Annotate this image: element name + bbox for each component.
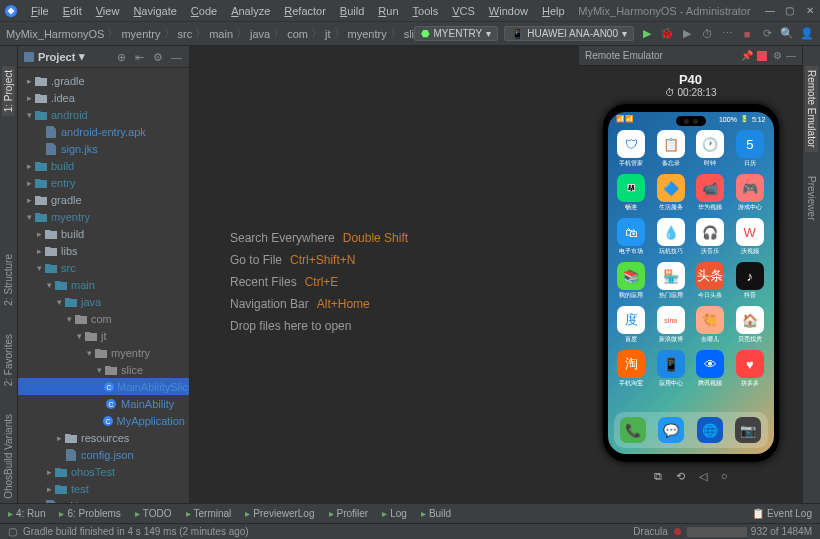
menu-vcs[interactable]: VCS (445, 3, 482, 19)
tree-node[interactable]: ▾ main (18, 276, 189, 293)
menu-build[interactable]: Build (333, 3, 371, 19)
bottom-tab[interactable]: ▸ Log (382, 508, 407, 519)
menu-code[interactable]: Code (184, 3, 224, 19)
hide-emulator-icon[interactable]: — (786, 50, 796, 61)
tree-node[interactable]: android-entry.apk (18, 123, 189, 140)
left-tab-variants[interactable]: OhosBuild Variants (2, 410, 15, 503)
tree-node[interactable]: ▸ resources (18, 429, 189, 446)
app-icon[interactable]: W沃视频 (732, 218, 768, 256)
menu-edit[interactable]: Edit (56, 3, 89, 19)
coverage-button[interactable]: ▶ (680, 27, 694, 41)
menu-view[interactable]: View (89, 3, 127, 19)
back-button[interactable]: ◁ (699, 470, 707, 483)
run-button[interactable]: ▶ (640, 27, 654, 41)
rotate-button[interactable]: ⟲ (676, 470, 685, 483)
app-icon[interactable]: 🕐时钟 (693, 130, 729, 168)
bottom-tab[interactable]: ▸ Profiler (329, 508, 369, 519)
dock-app[interactable]: 📷 (735, 417, 761, 443)
app-icon[interactable]: 📱应用中心 (653, 350, 689, 388)
menu-run[interactable]: Run (371, 3, 405, 19)
search-button[interactable]: 🔍 (780, 27, 794, 41)
menu-tools[interactable]: Tools (406, 3, 446, 19)
app-icon[interactable]: 📋备忘录 (653, 130, 689, 168)
tree-node[interactable]: C MyApplication (18, 412, 189, 429)
tree-node[interactable]: C MainAbility (18, 395, 189, 412)
tree-node[interactable]: ▾ java (18, 293, 189, 310)
screenshot-button[interactable]: ⧉ (654, 470, 662, 483)
app-icon[interactable]: 🛡手机管家 (614, 130, 650, 168)
debug-button[interactable]: 🐞 (660, 27, 674, 41)
user-button[interactable]: 👤 (800, 27, 814, 41)
app-icon[interactable]: 🏪热门应用 (653, 262, 689, 300)
menu-refactor[interactable]: Refactor (277, 3, 333, 19)
tree-node[interactable]: ▾ myentry (18, 344, 189, 361)
tree-node[interactable]: ▸ libs (18, 242, 189, 259)
home-button[interactable]: ○ (721, 470, 728, 483)
dock-app[interactable]: 🌐 (697, 417, 723, 443)
app-icon[interactable]: 🛍电子市场 (614, 218, 650, 256)
tree-node[interactable]: ▾ slice (18, 361, 189, 378)
right-tab-emulator[interactable]: Remote Emulator (805, 66, 818, 152)
stop-emulator-button[interactable] (757, 51, 767, 61)
tree-node[interactable]: ▾ src (18, 259, 189, 276)
maximize-button[interactable]: ▢ (784, 5, 796, 17)
app-icon[interactable]: 5日历 (732, 130, 768, 168)
attach-button[interactable]: ⋯ (720, 27, 734, 41)
emulator-settings-icon[interactable]: ⚙ (773, 50, 782, 61)
tree-node[interactable]: ▸ build (18, 157, 189, 174)
breadcrumb[interactable]: MyMix_HarmonyOS〉myentry〉src〉main〉java〉co… (6, 26, 414, 41)
status-icon[interactable]: ▢ (8, 526, 17, 537)
thumbtack-icon[interactable]: 📌 (741, 50, 753, 61)
tree-node[interactable]: ▸ entry (18, 174, 189, 191)
tree-node[interactable]: ▸ ohosTest (18, 463, 189, 480)
menu-window[interactable]: Window (482, 3, 535, 19)
project-tree[interactable]: ▸ .gradle ▸ .idea ▾ android android-entr… (18, 68, 189, 503)
breadcrumb-item[interactable]: java (250, 28, 270, 40)
tree-node[interactable]: ▸ .gradle (18, 72, 189, 89)
tree-node[interactable]: ▸ gradle (18, 191, 189, 208)
settings-icon[interactable]: ⚙ (153, 51, 165, 63)
tree-node[interactable]: ▸ build (18, 225, 189, 242)
breadcrumb-item[interactable]: slice (404, 28, 414, 40)
app-icon[interactable]: 👁腾讯视频 (693, 350, 729, 388)
app-icon[interactable]: ♥拼多多 (732, 350, 768, 388)
left-tab-structure[interactable]: 2: Structure (2, 250, 15, 310)
bottom-tab[interactable]: ▸ 6: Problems (59, 508, 120, 519)
app-icon[interactable]: 🎮游戏中心 (732, 174, 768, 212)
app-icon[interactable]: 📹华为视频 (693, 174, 729, 212)
app-icon[interactable]: 📚我的应用 (614, 262, 650, 300)
tree-node[interactable]: sign.jks (18, 140, 189, 157)
right-tab-previewer[interactable]: Previewer (805, 172, 818, 224)
tree-node[interactable]: .gitignore (18, 497, 189, 503)
app-icon[interactable]: 🎧沃音乐 (693, 218, 729, 256)
tree-node[interactable]: ▾ android (18, 106, 189, 123)
app-icon[interactable]: ♪抖音 (732, 262, 768, 300)
tree-node[interactable]: ▸ test (18, 480, 189, 497)
breadcrumb-item[interactable]: com (287, 28, 308, 40)
tree-node[interactable]: ▾ com (18, 310, 189, 327)
tree-node[interactable]: ▾ jt (18, 327, 189, 344)
app-icon[interactable]: 👨‍👩‍👧畅连 (614, 174, 650, 212)
tree-node[interactable]: config.json (18, 446, 189, 463)
menu-file[interactable]: File (24, 3, 56, 19)
menu-navigate[interactable]: Navigate (126, 3, 183, 19)
breadcrumb-item[interactable]: main (209, 28, 233, 40)
app-icon[interactable]: 度百度 (614, 306, 650, 344)
app-icon[interactable]: sina新浪微博 (653, 306, 689, 344)
theme-indicator[interactable]: Dracula (633, 526, 667, 537)
bottom-tab[interactable]: ▸ PreviewerLog (245, 508, 314, 519)
profile-button[interactable]: ⏱ (700, 27, 714, 41)
app-icon[interactable]: 💧玩机技巧 (653, 218, 689, 256)
left-tab-favorites[interactable]: 2: Favorites (2, 330, 15, 390)
breadcrumb-item[interactable]: src (178, 28, 193, 40)
breadcrumb-item[interactable]: MyMix_HarmonyOS (6, 28, 104, 40)
tree-node[interactable]: ▸ .idea (18, 89, 189, 106)
minimize-button[interactable]: — (764, 5, 776, 17)
app-icon[interactable]: 🔷生活服务 (653, 174, 689, 212)
hide-panel-icon[interactable]: — (171, 51, 183, 63)
run-config-combo[interactable]: ⬣MYENTRY▾ (414, 26, 499, 41)
sync-button[interactable]: ⟳ (760, 27, 774, 41)
stop-button[interactable]: ■ (740, 27, 754, 41)
left-tab-project[interactable]: 1: Project (2, 66, 15, 116)
app-icon[interactable]: 🏠贝壳找房 (732, 306, 768, 344)
